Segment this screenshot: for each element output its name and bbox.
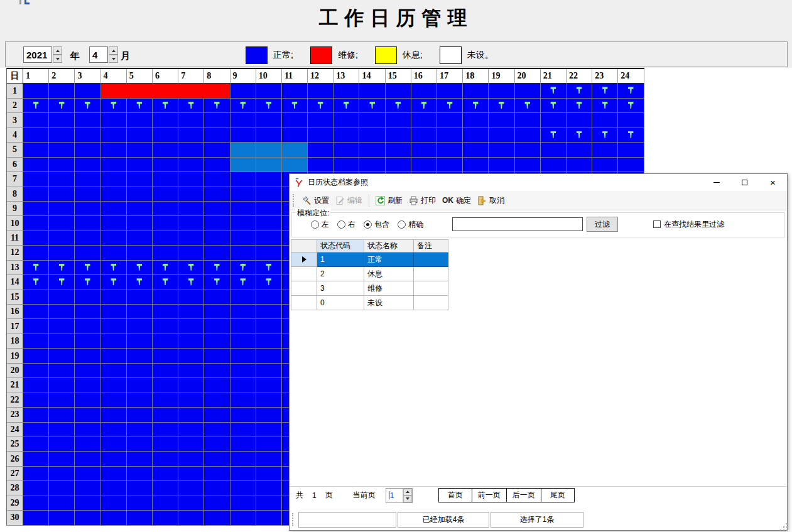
calendar-cell[interactable] bbox=[49, 467, 75, 481]
calendar-cell[interactable] bbox=[178, 172, 204, 187]
calendar-cell[interactable] bbox=[23, 496, 49, 511]
calendar-cell[interactable] bbox=[75, 290, 100, 305]
calendar-cell[interactable] bbox=[127, 172, 153, 187]
calendar-cell[interactable] bbox=[204, 481, 230, 496]
calendar-cell[interactable] bbox=[153, 452, 178, 466]
calendar-cell[interactable] bbox=[256, 113, 282, 128]
calendar-cell[interactable] bbox=[101, 378, 127, 393]
calendar-cell[interactable] bbox=[515, 143, 541, 157]
calendar-cell[interactable] bbox=[386, 128, 411, 143]
current-page-input[interactable]: 1 bbox=[386, 489, 403, 502]
calendar-cell[interactable] bbox=[23, 84, 49, 98]
calendar-cell[interactable] bbox=[231, 481, 256, 496]
calendar-cell[interactable] bbox=[256, 319, 282, 334]
calendar-cell[interactable] bbox=[127, 261, 153, 275]
month-spinner[interactable]: 4 bbox=[89, 46, 118, 63]
table-cell[interactable]: 0 bbox=[317, 296, 364, 310]
calendar-cell[interactable] bbox=[204, 408, 230, 422]
calendar-cell[interactable] bbox=[49, 231, 75, 246]
column-header-name[interactable]: 状态名称 bbox=[364, 240, 414, 252]
calendar-cell[interactable] bbox=[515, 113, 541, 128]
calendar-cell[interactable] bbox=[23, 202, 49, 216]
calendar-cell[interactable] bbox=[75, 496, 100, 511]
calendar-cell[interactable] bbox=[75, 437, 100, 452]
calendar-cell[interactable] bbox=[204, 143, 230, 157]
calendar-cell[interactable] bbox=[178, 481, 204, 496]
calendar-cell[interactable] bbox=[75, 423, 100, 437]
calendar-cell[interactable] bbox=[127, 319, 153, 334]
calendar-cell[interactable] bbox=[23, 423, 49, 437]
calendar-cell[interactable] bbox=[282, 128, 308, 143]
calendar-cell[interactable] bbox=[489, 113, 514, 128]
calendar-cell[interactable] bbox=[204, 378, 230, 393]
calendar-cell[interactable] bbox=[618, 128, 644, 143]
calendar-cell[interactable] bbox=[541, 84, 567, 98]
calendar-cell[interactable] bbox=[386, 113, 411, 128]
calendar-cell[interactable] bbox=[256, 187, 282, 202]
calendar-cell[interactable] bbox=[127, 231, 153, 246]
calendar-cell[interactable] bbox=[49, 496, 75, 511]
calendar-cell[interactable] bbox=[178, 511, 204, 525]
calendar-cell[interactable] bbox=[515, 158, 541, 172]
calendar-cell[interactable] bbox=[231, 202, 256, 216]
calendar-cell[interactable] bbox=[153, 378, 178, 393]
calendar-cell[interactable] bbox=[75, 187, 100, 202]
calendar-cell[interactable] bbox=[256, 305, 282, 319]
calendar-cell[interactable] bbox=[49, 349, 75, 363]
calendar-cell[interactable] bbox=[49, 187, 75, 202]
calendar-cell[interactable] bbox=[463, 84, 489, 98]
calendar-cell[interactable] bbox=[101, 481, 127, 496]
calendar-cell[interactable] bbox=[153, 393, 178, 408]
page-nav-button[interactable]: 前一页 bbox=[472, 488, 507, 502]
calendar-cell[interactable] bbox=[101, 408, 127, 422]
calendar-cell[interactable] bbox=[23, 349, 49, 363]
calendar-cell[interactable] bbox=[618, 84, 644, 98]
calendar-cell[interactable] bbox=[75, 481, 100, 496]
calendar-cell[interactable] bbox=[127, 423, 153, 437]
calendar-cell[interactable] bbox=[127, 158, 153, 172]
calendar-cell[interactable] bbox=[567, 84, 592, 98]
calendar-cell[interactable] bbox=[231, 261, 256, 275]
calendar-cell[interactable] bbox=[618, 158, 644, 172]
calendar-cell[interactable] bbox=[411, 128, 437, 143]
calendar-cell[interactable] bbox=[231, 334, 256, 349]
calendar-cell[interactable] bbox=[567, 143, 592, 157]
calendar-cell[interactable] bbox=[541, 158, 567, 172]
page-nav-button[interactable]: 首页 bbox=[438, 488, 472, 502]
calendar-cell[interactable] bbox=[23, 467, 49, 481]
calendar-cell[interactable] bbox=[592, 113, 618, 128]
calendar-cell[interactable] bbox=[49, 113, 75, 128]
calendar-cell[interactable] bbox=[153, 319, 178, 334]
calendar-cell[interactable] bbox=[437, 158, 463, 172]
calendar-cell[interactable] bbox=[127, 143, 153, 157]
calendar-cell[interactable] bbox=[515, 99, 541, 113]
calendar-cell[interactable] bbox=[359, 99, 385, 113]
calendar-cell[interactable] bbox=[178, 408, 204, 422]
calendar-cell[interactable] bbox=[101, 172, 127, 187]
calendar-cell[interactable] bbox=[231, 113, 256, 128]
calendar-cell[interactable] bbox=[359, 158, 385, 172]
calendar-cell[interactable] bbox=[49, 202, 75, 216]
calendar-cell[interactable] bbox=[75, 349, 100, 363]
calendar-cell[interactable] bbox=[489, 128, 514, 143]
calendar-cell[interactable] bbox=[231, 216, 256, 231]
calendar-cell[interactable] bbox=[231, 84, 256, 98]
calendar-cell[interactable] bbox=[49, 437, 75, 452]
calendar-cell[interactable] bbox=[231, 496, 256, 511]
calendar-cell[interactable] bbox=[256, 99, 282, 113]
calendar-cell[interactable] bbox=[127, 99, 153, 113]
calendar-cell[interactable] bbox=[256, 216, 282, 231]
calendar-cell[interactable] bbox=[153, 334, 178, 349]
calendar-cell[interactable] bbox=[23, 511, 49, 525]
calendar-cell[interactable] bbox=[75, 231, 100, 246]
calendar-cell[interactable] bbox=[153, 187, 178, 202]
calendar-cell[interactable] bbox=[127, 481, 153, 496]
calendar-cell[interactable] bbox=[204, 349, 230, 363]
cancel-button[interactable]: 取消 bbox=[474, 194, 507, 207]
calendar-cell[interactable] bbox=[204, 216, 230, 231]
calendar-cell[interactable] bbox=[49, 275, 75, 290]
settings-button[interactable]: 设置 bbox=[299, 194, 332, 207]
calendar-cell[interactable] bbox=[178, 378, 204, 393]
calendar-cell[interactable] bbox=[23, 113, 49, 128]
calendar-cell[interactable] bbox=[75, 246, 100, 260]
